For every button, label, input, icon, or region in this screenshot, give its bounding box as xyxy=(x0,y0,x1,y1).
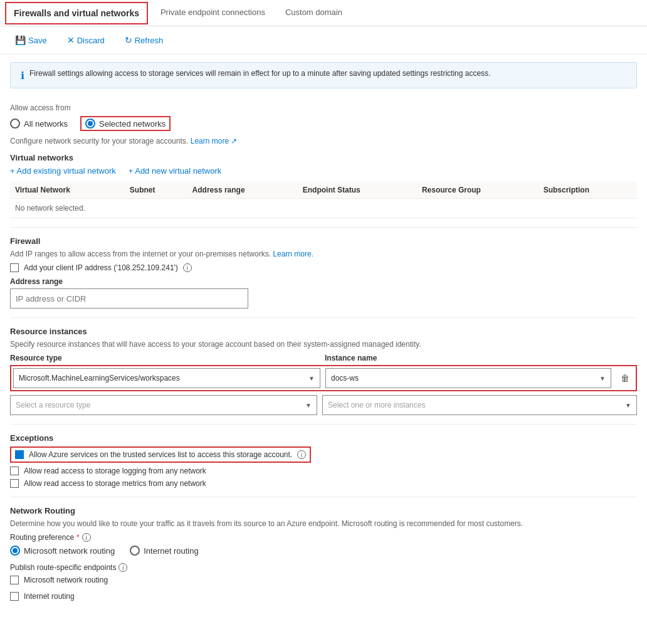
resource-row-highlighted: Microsoft.MachineLearningServices/worksp… xyxy=(10,365,637,391)
trusted-services-info-icon[interactable]: i xyxy=(297,450,306,459)
no-network-text: No network selected. xyxy=(10,199,637,218)
divider-1 xyxy=(10,227,637,228)
firewall-section: Firewall Add IP ranges to allow access f… xyxy=(10,236,637,309)
virtual-networks-section: Virtual networks + Add existing virtual … xyxy=(10,153,637,218)
add-existing-vnet-link[interactable]: + Add existing virtual network xyxy=(10,166,116,176)
tab-firewalls[interactable]: Firewalls and virtual networks xyxy=(5,2,148,24)
instance-name-label: Instance name xyxy=(325,354,637,362)
save-icon: 💾 xyxy=(15,35,26,45)
routing-options-group: Microsoft network routing Internet routi… xyxy=(10,546,637,556)
internet-routing-radio[interactable] xyxy=(130,546,140,556)
microsoft-routing-radio[interactable] xyxy=(10,546,20,556)
divider-2 xyxy=(10,317,637,318)
resource-type-label: Resource type xyxy=(10,354,317,362)
resource-instances-title: Resource instances xyxy=(10,327,637,336)
required-indicator: * xyxy=(76,533,80,542)
exceptions-section: Exceptions ✓ Allow Azure services on the… xyxy=(10,433,637,488)
publish-internet-checkbox[interactable] xyxy=(10,592,19,601)
resource-instances-desc: Specify resource instances that will hav… xyxy=(10,340,637,349)
add-new-vnet-link[interactable]: + Add new virtual network xyxy=(129,166,222,176)
selected-networks-radio[interactable] xyxy=(85,119,95,129)
routing-pref-label: Routing preference * i xyxy=(10,533,637,542)
page-container: Firewalls and virtual networks Private e… xyxy=(0,0,647,612)
divider-3 xyxy=(10,424,637,425)
info-banner: ℹ Firewall settings allowing access to s… xyxy=(10,62,637,88)
empty-instance-arrow-icon: ▼ xyxy=(625,402,631,409)
tabs-container: Firewalls and virtual networks Private e… xyxy=(0,0,647,26)
resource-row-labels: Resource type Instance name xyxy=(10,354,637,362)
col-endpoint-status: Endpoint Status xyxy=(298,182,417,199)
discard-button[interactable]: ✕ Discard xyxy=(62,33,110,48)
publish-label: Publish route-specific endpoints i xyxy=(10,563,637,572)
exception-item-metrics: Allow read access to storage metrics fro… xyxy=(10,479,637,488)
resource-type-dropdown-empty[interactable]: Select a resource type ▼ xyxy=(10,395,317,415)
publish-microsoft-item: Microsoft network routing xyxy=(10,576,637,584)
firewall-title: Firewall xyxy=(10,236,637,246)
main-content: Allow access from All networks Selected … xyxy=(0,96,647,612)
publish-microsoft-checkbox[interactable] xyxy=(10,576,19,584)
resource-type-arrow-icon: ▼ xyxy=(308,375,315,382)
col-subnet: Subnet xyxy=(125,182,187,199)
col-subscription: Subscription xyxy=(539,182,637,199)
delete-icon: 🗑 xyxy=(621,373,629,383)
firewall-learn-more-link[interactable]: Learn more. xyxy=(273,250,313,258)
instance-name-dropdown-empty[interactable]: Select one or more instances ▼ xyxy=(322,395,637,415)
client-ip-checkbox[interactable] xyxy=(10,263,19,272)
instance-arrow-icon: ▼ xyxy=(599,375,606,382)
vnet-table: Virtual Network Subnet Address range End… xyxy=(10,182,637,218)
configure-learn-more-link[interactable]: Learn more ↗ xyxy=(191,137,238,145)
internet-routing-option[interactable]: Internet routing xyxy=(130,546,198,556)
read-logging-checkbox[interactable] xyxy=(10,467,19,475)
resource-instances-section: Resource instances Specify resource inst… xyxy=(10,327,637,415)
routing-desc: Determine how you would like to route yo… xyxy=(10,519,637,528)
publish-internet-item: Internet routing xyxy=(10,592,637,601)
access-radio-group: All networks Selected networks xyxy=(10,116,637,131)
discard-icon: ✕ xyxy=(67,35,75,45)
divider-4 xyxy=(10,497,637,497)
info-icon: ℹ xyxy=(21,70,24,82)
tab-custom-domain[interactable]: Custom domain xyxy=(275,0,352,26)
tab-private-endpoints[interactable]: Private endpoint connections xyxy=(150,0,275,26)
all-networks-radio[interactable] xyxy=(10,119,20,129)
table-row: No network selected. xyxy=(10,199,637,218)
exception-item-logging: Allow read access to storage logging fro… xyxy=(10,467,637,475)
add-links-group: + Add existing virtual network + Add new… xyxy=(10,166,637,176)
toolbar: 💾 Save ✕ Discard ↻ Refresh xyxy=(0,26,647,55)
address-range-field: Address range xyxy=(10,277,637,309)
firewall-desc: Add IP ranges to allow access from the i… xyxy=(10,250,637,258)
address-range-input[interactable] xyxy=(10,288,248,309)
microsoft-routing-option[interactable]: Microsoft network routing xyxy=(10,546,115,556)
col-address-range: Address range xyxy=(187,182,298,199)
col-virtual-network: Virtual Network xyxy=(10,182,125,199)
network-routing-section: Network Routing Determine how you would … xyxy=(10,506,637,604)
resource-row-empty: Select a resource type ▼ Select one or m… xyxy=(10,395,637,415)
refresh-button[interactable]: ↻ Refresh xyxy=(120,33,169,48)
client-ip-checkbox-item[interactable]: Add your client IP address ('108.252.109… xyxy=(10,263,637,272)
empty-resource-type-arrow-icon: ▼ xyxy=(305,402,312,409)
save-button[interactable]: 💾 Save xyxy=(10,33,52,48)
selected-networks-option[interactable]: Selected networks xyxy=(85,119,166,129)
publish-options-group: Microsoft network routing Internet routi… xyxy=(10,576,637,604)
delete-row-1-button[interactable]: 🗑 xyxy=(616,369,634,387)
client-ip-info-icon[interactable]: i xyxy=(183,263,192,272)
read-metrics-checkbox[interactable] xyxy=(10,479,19,488)
configure-text: Configure network security for your stor… xyxy=(10,136,637,145)
instance-name-dropdown-1[interactable]: docs-ws ▼ xyxy=(325,368,611,388)
refresh-icon: ↻ xyxy=(125,35,132,45)
trusted-services-checkbox[interactable] xyxy=(15,450,24,459)
exception-item-highlighted: ✓ Allow Azure services on the trusted se… xyxy=(10,446,311,463)
vnet-section-title: Virtual networks xyxy=(10,153,637,162)
address-range-label: Address range xyxy=(10,277,637,286)
allow-access-label: Allow access from xyxy=(10,103,637,112)
selected-networks-box: Selected networks xyxy=(80,116,171,131)
exceptions-title: Exceptions xyxy=(10,433,637,443)
routing-pref-info-icon[interactable]: i xyxy=(82,533,91,542)
publish-info-icon[interactable]: i xyxy=(118,563,127,572)
routing-title: Network Routing xyxy=(10,506,637,515)
col-resource-group: Resource Group xyxy=(417,182,539,199)
all-networks-option[interactable]: All networks xyxy=(10,119,68,129)
allow-access-section: Allow access from All networks Selected … xyxy=(10,103,637,145)
resource-type-dropdown-1[interactable]: Microsoft.MachineLearningServices/worksp… xyxy=(13,368,320,388)
